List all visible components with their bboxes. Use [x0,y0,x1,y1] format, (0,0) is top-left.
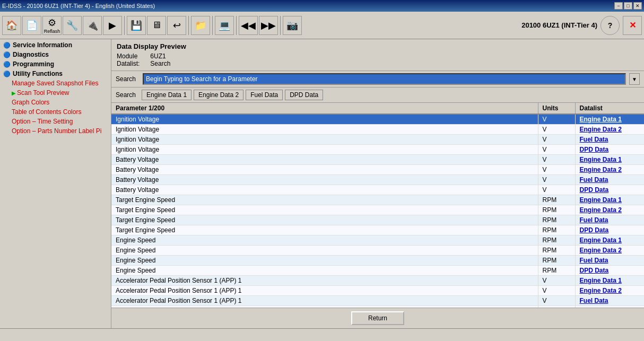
help-icon[interactable]: ? [601,16,620,35]
save-icon[interactable]: 💾 [127,16,146,35]
table-row[interactable]: Target Engine SpeedRPMEngine Data 2 [111,205,644,215]
sidebar-item-manage-snapshots[interactable]: Manage Saved Snapshot Files [0,78,111,88]
datalist-link[interactable]: Engine Data 1 [580,196,622,204]
tab-dpd-data[interactable]: DPD Data [285,90,323,100]
cell-datalist[interactable]: Fuel Data [575,135,644,145]
table-row[interactable]: Target Engine SpeedRPMEngine Data 1 [111,195,644,205]
table-row[interactable]: Engine SpeedRPMEngine Data 2 [111,246,644,256]
table-row[interactable]: Ignition VoltageVDPD Data [111,145,644,155]
table-row[interactable]: Battery VoltageVDPD Data [111,185,644,195]
sidebar-item-graph-colors[interactable]: Graph Colors [0,98,111,107]
cell-datalist[interactable]: DPD Data [575,225,644,235]
tools-icon[interactable]: 🔧 [63,16,82,35]
sidebar-item-programming[interactable]: 🔵 Programming [0,59,111,69]
datalist-link[interactable]: DPD Data [580,186,609,194]
sidebar-item-option-time[interactable]: Option – Time Setting [0,117,111,126]
module-value: 6UZ1 [150,53,182,60]
cell-datalist[interactable]: Engine Data 1 [575,276,644,286]
datalist-link[interactable]: DPD Data [580,146,609,153]
datalist-link[interactable]: Engine Data 2 [580,166,622,173]
datalist-link[interactable]: Fuel Data [580,176,608,183]
sidebar-item-service-info[interactable]: 🔵 Service Information [0,40,111,50]
cell-datalist[interactable]: Engine Data 2 [575,286,644,296]
table-row[interactable]: Battery VoltageVFuel Data [111,175,644,185]
cell-datalist[interactable]: Engine Data 1 [575,195,644,205]
monitor-icon[interactable]: 🖥 [147,16,166,35]
cell-datalist[interactable]: Engine Data 1 [575,155,644,165]
cell-units: RPM [538,246,575,256]
sidebar-item-utility-functions[interactable]: 🔵 Utility Functions [0,69,111,78]
cell-datalist[interactable]: Fuel Data [575,215,644,225]
datalist-link[interactable]: DPD Data [580,267,609,274]
content-header: Data Display Preview Module 6UZ1 Datalis… [111,39,644,71]
table-row[interactable]: Accelerator Pedal Position Sensor 1 (APP… [111,296,644,306]
cell-datalist[interactable]: Engine Data 2 [575,246,644,256]
close-button[interactable]: ✕ [633,2,642,10]
datalist-link[interactable]: Engine Data 2 [580,287,622,294]
cell-datalist[interactable]: Fuel Data [575,256,644,266]
search-input[interactable] [143,73,626,85]
table-row[interactable]: Target Engine SpeedRPMDPD Data [111,225,644,235]
datalist-link[interactable]: Engine Data 1 [580,116,622,123]
folder-icon[interactable]: 📁 [191,16,210,35]
cell-datalist[interactable]: Engine Data 1 [575,114,644,125]
table-row[interactable]: Ignition VoltageVEngine Data 1 [111,114,644,125]
connect-icon[interactable]: 🔌 [83,16,102,35]
cell-datalist[interactable]: Engine Data 2 [575,205,644,215]
table-row[interactable]: Engine SpeedRPMDPD Data [111,266,644,276]
title-bar-buttons[interactable]: − □ ✕ [614,2,642,10]
laptop-icon[interactable]: 💻 [215,16,234,35]
datalist-link[interactable]: DPD Data [580,226,609,234]
camera-icon[interactable]: 📷 [283,16,302,35]
datalist-link[interactable]: Engine Data 2 [580,206,622,214]
cell-datalist[interactable]: Fuel Data [575,296,644,306]
arrow-left-icon[interactable]: ◀◀ [239,16,258,35]
cell-datalist[interactable]: Engine Data 2 [575,125,644,135]
datalist-link[interactable]: Engine Data 1 [580,237,622,244]
tab-engine-data-2[interactable]: Engine Data 2 [194,90,243,100]
triangle-icon[interactable]: ▶ [103,16,122,35]
tab-fuel-data[interactable]: Fuel Data [246,90,283,100]
sidebar-item-toc-colors[interactable]: Table of Contents Colors [0,107,111,117]
datalist-link[interactable]: Fuel Data [580,216,608,224]
refresh-icon[interactable]: ⚙ Reflash [42,16,62,35]
datalist-link[interactable]: Engine Data 2 [580,126,622,133]
sidebar-item-diagnostics[interactable]: 🔵 Diagnostics [0,50,111,59]
cell-datalist[interactable]: DPD Data [575,145,644,155]
sidebar-item-option-parts[interactable]: Option – Parts Number Label Pi [0,126,111,136]
table-row[interactable]: Accelerator Pedal Position Sensor 1 (APP… [111,286,644,296]
datalist-link[interactable]: Fuel Data [580,136,608,143]
datalist-link[interactable]: Fuel Data [580,297,608,304]
cell-datalist[interactable]: DPD Data [575,185,644,195]
table-row[interactable]: Target Engine SpeedRPMFuel Data [111,215,644,225]
table-row[interactable]: Ignition VoltageVEngine Data 2 [111,125,644,135]
sidebar-item-scan-tool-preview[interactable]: ▶ Scan Tool Preview [0,88,111,98]
tab-engine-data-1[interactable]: Engine Data 1 [142,90,192,100]
cell-datalist[interactable]: Engine Data 1 [575,235,644,246]
back-arrow-icon[interactable]: ↩ [167,16,186,35]
table-row[interactable]: Engine SpeedRPMEngine Data 1 [111,235,644,246]
table-row[interactable]: Battery VoltageVEngine Data 1 [111,155,644,165]
datalist-link[interactable]: Engine Data 1 [580,277,622,284]
maximize-button[interactable]: □ [624,2,632,10]
table-row[interactable]: Accelerator Pedal Position Sensor 1 (APP… [111,276,644,286]
cell-datalist[interactable]: DPD Data [575,266,644,276]
minimize-button[interactable]: − [614,2,623,10]
exit-icon[interactable]: ✕ [623,16,642,35]
cell-units: RPM [538,215,575,225]
search-dropdown-button[interactable]: ▼ [629,73,640,85]
table-row[interactable]: Battery VoltageVEngine Data 2 [111,165,644,175]
sidebar: 🔵 Service Information 🔵 Diagnostics 🔵 Pr… [0,39,111,328]
cell-datalist[interactable]: Fuel Data [575,175,644,185]
datalist-link[interactable]: Fuel Data [580,257,608,264]
document-icon[interactable]: 📄 [22,16,41,35]
arrow-right-icon[interactable]: ▶▶ [259,16,278,35]
datalist-link[interactable]: Engine Data 1 [580,156,622,163]
datalist-link[interactable]: Engine Data 2 [580,247,622,254]
cell-datalist[interactable]: Engine Data 2 [575,165,644,175]
vehicle-id: 20100 6UZ1 (INT-Tier 4) [521,21,597,29]
home-icon[interactable]: 🏠 [2,16,21,35]
table-row[interactable]: Ignition VoltageVFuel Data [111,135,644,145]
table-row[interactable]: Engine SpeedRPMFuel Data [111,256,644,266]
return-button[interactable]: Return [351,311,404,325]
